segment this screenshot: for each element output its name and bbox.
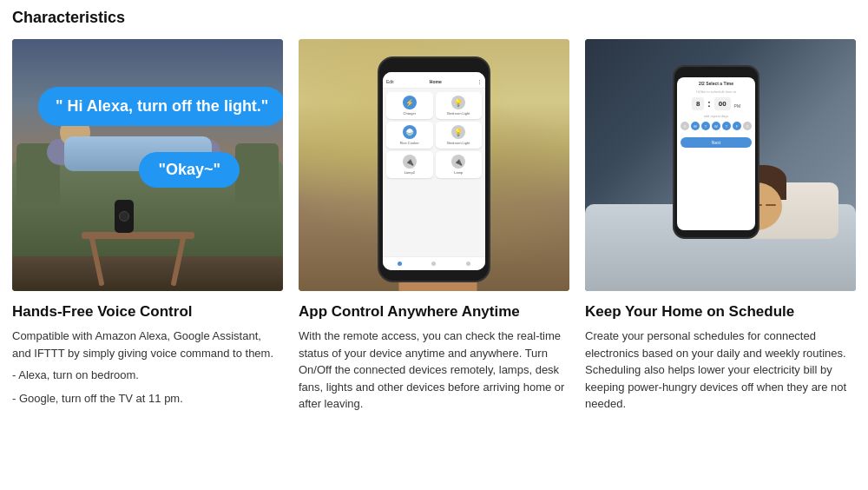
sched-phone-notch — [707, 68, 726, 73]
app-home-label: Home — [430, 79, 442, 84]
sched-day-t1: T — [701, 122, 710, 130]
bedroom-light-label: Bedroom Light — [439, 111, 479, 116]
nav-devices-dot — [431, 262, 436, 266]
voice-control-example1: - Alexa, turn on bedroom. — [12, 367, 283, 385]
bedroom-light2-label: Bedroom Light — [439, 141, 479, 145]
smartphone: Edit Home ⋮ ⚡ Charger 💡 Bedroom Ligh — [378, 56, 490, 282]
card-schedule: 2/2 Select a Time I'd like to schedule t… — [585, 39, 856, 418]
lamp-label: Lamp — [439, 170, 479, 175]
app-control-text: App Control Anywhere Anytime With the re… — [299, 303, 569, 418]
couch-arm-right — [235, 143, 279, 204]
sleep-scene: 2/2 Select a Time I'd like to schedule t… — [585, 39, 856, 291]
charger-icon: ⚡ — [403, 96, 417, 109]
sched-days: S M T W T F S — [681, 122, 752, 130]
voice-control-text: Hands-Free Voice Control Compatible with… — [12, 303, 283, 414]
sched-next-button[interactable]: Next — [681, 137, 752, 148]
phone-scene: Edit Home ⋮ ⚡ Charger 💡 Bedroom Ligh — [299, 39, 569, 291]
sched-day-s2: S — [743, 122, 752, 130]
device-bedroom-light2: 💡 Bedroom Light — [436, 122, 483, 149]
bedroom-light-icon: 💡 — [451, 96, 465, 109]
sched-time-row: 8 : 00 PM — [681, 97, 752, 110]
card-app-control: Edit Home ⋮ ⚡ Charger 💡 Bedroom Ligh — [299, 39, 569, 418]
device-charger: ⚡ Charger — [386, 92, 433, 119]
rice-cooker-icon: 🍚 — [403, 125, 417, 139]
phone-notch — [422, 60, 446, 67]
sched-day-s1: S — [681, 122, 689, 130]
voice-bubble-okay: "Okay~" — [139, 152, 240, 188]
device-lamp2: 🔌 Lamp2 — [386, 151, 433, 178]
device-rice-cooker: 🍚 Rice Cooker — [386, 122, 433, 149]
characteristics-cards: " Hi Alexa, turn off the light." "Okay~"… — [12, 39, 856, 418]
voice-control-heading: Hands-Free Voice Control — [12, 303, 283, 321]
voice-bubble-hi: " Hi Alexa, turn off the light." — [38, 87, 283, 126]
sched-day-f: F — [733, 122, 741, 130]
sched-repeat-label: add repeat days — [681, 114, 752, 118]
sched-phone-screen: 2/2 Select a Time I'd like to schedule t… — [677, 77, 755, 230]
eye-right — [766, 204, 776, 206]
schedule-heading: Keep Your Home on Schedule — [585, 303, 856, 321]
app-edit-label: Edit — [386, 79, 394, 84]
voice-control-image: " Hi Alexa, turn off the light." "Okay~" — [12, 39, 283, 291]
app-header: Edit Home ⋮ — [383, 72, 485, 89]
sched-minutes: 00 — [714, 97, 731, 110]
app-settings-label: ⋮ — [477, 79, 482, 84]
schedule-phone: 2/2 Select a Time I'd like to schedule t… — [673, 65, 760, 239]
sched-day-w: W — [712, 122, 720, 130]
schedule-image: 2/2 Select a Time I'd like to schedule t… — [585, 39, 856, 291]
phone-screen: Edit Home ⋮ ⚡ Charger 💡 Bedroom Ligh — [383, 72, 485, 270]
lamp-icon: 🔌 — [451, 155, 465, 169]
sched-subtitle: I'd like to schedule time at — [681, 89, 752, 94]
schedule-text: Keep Your Home on Schedule Create your p… — [585, 303, 856, 418]
app-bottom-nav — [383, 256, 485, 270]
speaker-ring — [119, 211, 129, 222]
device-lamp: 🔌 Lamp — [436, 151, 483, 178]
schedule-description: Create your personal schedules for conne… — [585, 328, 856, 413]
sched-ampm: PM — [734, 103, 741, 110]
rice-cooker-label: Rice Cooker — [390, 141, 430, 145]
app-control-description: With the remote access, you can check th… — [299, 328, 569, 413]
device-bedroom-light: 💡 Bedroom Light — [436, 92, 483, 119]
app-control-image: Edit Home ⋮ ⚡ Charger 💡 Bedroom Ligh — [299, 39, 569, 291]
echo-speaker — [115, 200, 134, 233]
sched-day-t2: T — [722, 122, 731, 130]
sched-title: 2/2 Select a Time — [681, 81, 752, 86]
lamp2-icon: 🔌 — [403, 155, 417, 169]
sched-day-m: M — [691, 122, 700, 130]
voice-control-description: Compatible with Amazon Alexa, Google Ass… — [12, 328, 283, 361]
app-device-grid: ⚡ Charger 💡 Bedroom Light 🍚 Rice Cooker — [383, 89, 485, 182]
table-top — [82, 232, 194, 239]
sched-hours: 8 — [692, 97, 704, 110]
lamp2-label: Lamp2 — [390, 170, 430, 175]
card-voice-control: " Hi Alexa, turn off the light." "Okay~"… — [12, 39, 283, 418]
section-title: Characteristics — [12, 9, 856, 27]
bedroom-light2-icon: 💡 — [451, 125, 465, 139]
charger-label: Charger — [390, 111, 430, 116]
nav-home-dot — [398, 262, 402, 266]
voice-control-example2: - Google, turn off the TV at 11 pm. — [12, 390, 283, 408]
couch-scene: " Hi Alexa, turn off the light." "Okay~" — [12, 39, 283, 291]
app-control-heading: App Control Anywhere Anytime — [299, 303, 569, 321]
nav-profile-dot — [466, 262, 470, 266]
sched-colon: : — [707, 99, 710, 109]
